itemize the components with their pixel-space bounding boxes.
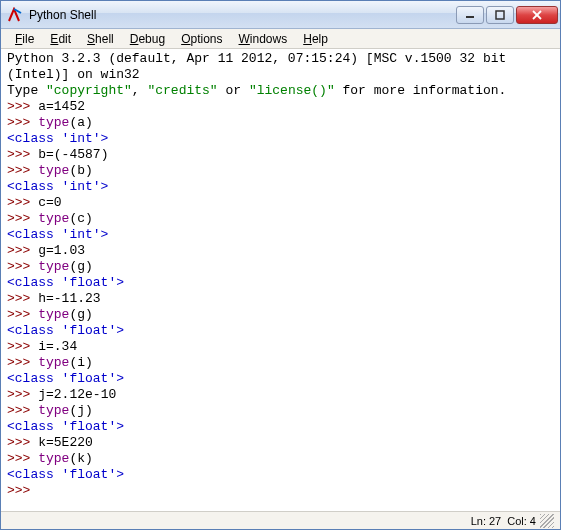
cmd-a-assign: >>> a=1452 — [7, 99, 85, 114]
window-buttons — [456, 6, 558, 24]
menu-file[interactable]: File — [7, 30, 42, 48]
window: Python Shell File Edit Shell Debug Optio… — [0, 0, 561, 530]
status-ln: Ln: 27 — [471, 515, 502, 527]
menu-help[interactable]: Help — [295, 30, 336, 48]
cmd-type-k: >>> type(k) — [7, 451, 93, 466]
shell-content[interactable]: Python 3.2.3 (default, Apr 11 2012, 07:1… — [1, 49, 560, 511]
cmd-type-g: >>> type(g) — [7, 259, 93, 274]
cmd-h-assign: >>> h=-11.23 — [7, 291, 101, 306]
cmd-j-assign: >>> j=2.12e-10 — [7, 387, 116, 402]
close-button[interactable] — [516, 6, 558, 24]
out-type-b: <class 'int'> — [7, 179, 108, 194]
resize-grip-icon[interactable] — [540, 514, 554, 528]
maximize-button[interactable] — [486, 6, 514, 24]
cmd-type-a: >>> type(a) — [7, 115, 93, 130]
prompt-empty: >>> — [7, 483, 38, 498]
status-col: Col: 4 — [507, 515, 536, 527]
menu-debug[interactable]: Debug — [122, 30, 173, 48]
cmd-i-assign: >>> i=.34 — [7, 339, 77, 354]
banner-line1: Python 3.2.3 (default, Apr 11 2012, 07:1… — [7, 51, 514, 82]
cmd-type-j: >>> type(j) — [7, 403, 93, 418]
cmd-k-assign: >>> k=5E220 — [7, 435, 93, 450]
titlebar[interactable]: Python Shell — [1, 1, 560, 29]
cmd-type-b: >>> type(b) — [7, 163, 93, 178]
cmd-type-c: >>> type(c) — [7, 211, 93, 226]
cmd-c-assign: >>> c=0 — [7, 195, 62, 210]
menubar: File Edit Shell Debug Options Windows He… — [1, 29, 560, 49]
out-type-c: <class 'int'> — [7, 227, 108, 242]
menu-edit[interactable]: Edit — [42, 30, 79, 48]
menu-windows[interactable]: Windows — [231, 30, 296, 48]
banner-line2: Type "copyright", "credits" or "license(… — [7, 83, 506, 98]
minimize-button[interactable] — [456, 6, 484, 24]
cmd-type-g2: >>> type(g) — [7, 307, 93, 322]
out-type-a: <class 'int'> — [7, 131, 108, 146]
out-type-g: <class 'float'> — [7, 275, 124, 290]
cmd-b-assign: >>> b=(-4587) — [7, 147, 108, 162]
cmd-type-i: >>> type(i) — [7, 355, 93, 370]
out-type-k: <class 'float'> — [7, 467, 124, 482]
window-title: Python Shell — [29, 8, 456, 22]
out-type-g2: <class 'float'> — [7, 323, 124, 338]
out-type-i: <class 'float'> — [7, 371, 124, 386]
app-icon — [7, 7, 23, 23]
cmd-g-assign: >>> g=1.03 — [7, 243, 85, 258]
menu-shell[interactable]: Shell — [79, 30, 122, 48]
statusbar: Ln: 27 Col: 4 — [1, 511, 560, 529]
menu-options[interactable]: Options — [173, 30, 230, 48]
svg-rect-1 — [496, 11, 504, 19]
out-type-j: <class 'float'> — [7, 419, 124, 434]
